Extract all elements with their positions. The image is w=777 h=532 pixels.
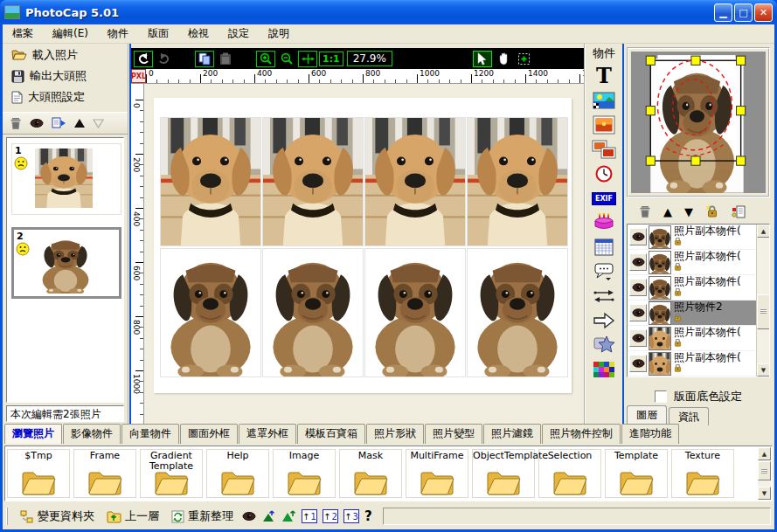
resource-tab[interactable]: 照片物件控制 bbox=[542, 424, 621, 444]
layer-row[interactable]: 照片副本物件( bbox=[628, 225, 756, 250]
layer-up-icon[interactable]: ▲ bbox=[663, 206, 672, 218]
text-object-button[interactable]: T bbox=[591, 64, 617, 88]
layer-scrollbar[interactable]: ▲ ▼ bbox=[756, 225, 769, 377]
menu-item[interactable]: 設定 bbox=[219, 24, 259, 43]
menu-item[interactable]: 物件 bbox=[98, 24, 138, 43]
fit-view-button[interactable] bbox=[298, 51, 317, 67]
menu-item[interactable]: 編輯(E) bbox=[43, 24, 98, 43]
layer-row[interactable]: 照片物件2 bbox=[628, 301, 756, 326]
resource-tab[interactable]: 照片形狀 bbox=[366, 424, 424, 444]
layer-row[interactable]: 照片副本物件( bbox=[628, 275, 756, 301]
minimize-button[interactable]: ▁ bbox=[714, 3, 732, 22]
shape-object-button[interactable] bbox=[591, 333, 617, 357]
title-bar[interactable]: PhotoCap 5.01 ▁ □ ✕ bbox=[0, 0, 777, 24]
resource-tab[interactable]: 照片濾鏡 bbox=[483, 424, 541, 444]
image-object-button[interactable] bbox=[591, 88, 617, 113]
scroll-up-icon[interactable]: ▲ bbox=[757, 225, 770, 238]
folder-item[interactable]: Help bbox=[206, 449, 269, 498]
resource-tab[interactable]: 照片變型 bbox=[425, 424, 482, 444]
photo-cell[interactable] bbox=[160, 117, 261, 246]
large-thumbnails-icon[interactable] bbox=[281, 510, 296, 522]
resource-tab[interactable]: 遮罩外框 bbox=[239, 424, 296, 444]
close-button[interactable]: ✕ bbox=[754, 3, 773, 22]
small-thumbnails-icon[interactable] bbox=[261, 510, 276, 522]
photo-thumbnail[interactable]: 1 bbox=[11, 143, 121, 215]
resource-tab[interactable]: 圖面外框 bbox=[180, 424, 238, 444]
photo-cell[interactable] bbox=[467, 117, 568, 246]
time-object-button[interactable] bbox=[591, 162, 617, 186]
menu-item[interactable]: 說明 bbox=[259, 24, 299, 43]
layer-visible-toggle[interactable] bbox=[629, 355, 647, 372]
help-button[interactable]: ? bbox=[364, 508, 372, 524]
folder-item[interactable]: Frame bbox=[73, 449, 136, 498]
sort-1-button[interactable]: ↑1 bbox=[302, 509, 317, 523]
layer-select-zone[interactable]: 照片副本物件( bbox=[649, 326, 756, 350]
layer-row[interactable]: 照片副本物件( bbox=[628, 250, 756, 275]
folder-scrollbar[interactable]: ▲ ▼ bbox=[758, 447, 771, 500]
layer-down-icon[interactable]: ▼ bbox=[684, 206, 693, 218]
folder-item[interactable]: Image bbox=[273, 449, 336, 498]
move-up-icon[interactable] bbox=[74, 119, 85, 128]
photo-cell[interactable] bbox=[160, 248, 261, 377]
line-object-button[interactable] bbox=[591, 284, 617, 308]
view-photo-icon[interactable] bbox=[30, 119, 44, 128]
layer-properties-icon[interactable] bbox=[732, 205, 746, 218]
resource-tab[interactable]: 瀏覽照片 bbox=[4, 424, 62, 444]
resource-tab[interactable]: 向量物件 bbox=[121, 424, 179, 444]
sort-2-button[interactable]: ↑2 bbox=[323, 509, 338, 523]
change-folder-button[interactable]: 變更資料夾 bbox=[17, 508, 98, 525]
layer-select-zone[interactable]: 照片副本物件( bbox=[649, 351, 756, 376]
folder-item[interactable]: Gradient Template bbox=[140, 449, 203, 498]
layer-select-zone[interactable]: 照片副本物件( bbox=[649, 250, 756, 274]
folder-item[interactable]: $Tmp bbox=[7, 449, 70, 498]
lock-layer-icon[interactable] bbox=[705, 205, 719, 218]
redo-button[interactable] bbox=[155, 51, 174, 67]
calendar-object-button[interactable] bbox=[591, 235, 617, 259]
export-idphoto-button[interactable]: 輸出大頭照 bbox=[11, 68, 128, 84]
layout-page[interactable] bbox=[154, 98, 572, 393]
undo-button[interactable] bbox=[134, 51, 153, 67]
folder-item[interactable]: Selection bbox=[538, 449, 601, 498]
layer-visible-toggle[interactable] bbox=[629, 304, 647, 321]
layer-select-zone[interactable]: 照片副本物件( bbox=[649, 225, 756, 249]
folder-item[interactable]: MultiFrame bbox=[406, 449, 468, 498]
select-tool-button[interactable] bbox=[473, 51, 492, 67]
preview-eye-icon[interactable] bbox=[242, 512, 256, 521]
scroll-thumb[interactable] bbox=[757, 294, 770, 329]
page-bgcolor-setting[interactable]: 版面底色設定 bbox=[627, 386, 770, 407]
delete-layer-icon[interactable] bbox=[639, 205, 651, 218]
photo-thumbnail[interactable]: 2 bbox=[11, 227, 121, 299]
layer-row[interactable]: 照片副本物件( bbox=[628, 326, 756, 351]
folder-item[interactable]: Template bbox=[605, 449, 668, 498]
ruler-unit-label[interactable]: PXL bbox=[131, 69, 146, 83]
bgcolor-checkbox[interactable] bbox=[655, 390, 667, 403]
photo-cell[interactable] bbox=[364, 248, 466, 377]
photo-cell[interactable] bbox=[467, 248, 568, 377]
menu-item[interactable]: 檔案 bbox=[3, 24, 43, 43]
resource-tab[interactable]: 進階功能 bbox=[621, 424, 679, 444]
pan-tool-button[interactable] bbox=[494, 51, 513, 67]
delete-photo-icon[interactable] bbox=[10, 117, 22, 130]
resource-tab[interactable]: 影像物件 bbox=[63, 424, 121, 444]
up-level-button[interactable]: 上一層 bbox=[103, 508, 163, 525]
zoom-out-button[interactable] bbox=[277, 51, 296, 67]
zoom-in-button[interactable] bbox=[256, 51, 275, 67]
layer-list[interactable]: 照片副本物件(照片副本物件(照片副本物件(照片物件2照片副本物件(照片副本物件(… bbox=[627, 224, 770, 377]
maximize-button[interactable]: □ bbox=[734, 3, 753, 22]
menu-item[interactable]: 檢視 bbox=[178, 24, 219, 43]
photo-cell[interactable] bbox=[364, 117, 466, 246]
folder-item[interactable]: ObjectTemplate bbox=[472, 449, 535, 498]
mosaic-object-button[interactable] bbox=[591, 357, 617, 382]
folder-item[interactable]: Texture bbox=[671, 449, 734, 498]
canvas-viewport[interactable] bbox=[144, 84, 584, 425]
paste-button[interactable] bbox=[216, 51, 235, 67]
folder-scroll-thumb[interactable] bbox=[758, 461, 771, 480]
object-preview[interactable] bbox=[631, 52, 766, 193]
exif-object-button[interactable]: EXIF bbox=[591, 186, 617, 211]
menu-item[interactable]: 版面 bbox=[138, 24, 178, 43]
resource-tab[interactable]: 模板百寶箱 bbox=[297, 424, 365, 444]
folder-scroll-down-icon[interactable]: ▼ bbox=[758, 487, 771, 500]
photo-cell[interactable] bbox=[262, 248, 364, 377]
layer-visible-toggle[interactable] bbox=[629, 253, 647, 271]
layer-select-zone[interactable]: 照片副本物件( bbox=[649, 275, 756, 300]
